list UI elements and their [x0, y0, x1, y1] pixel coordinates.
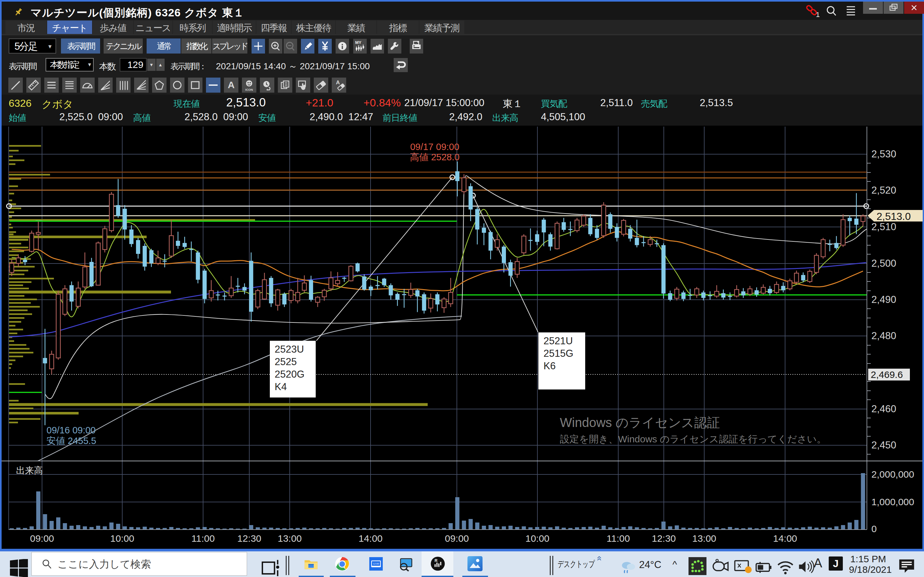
- svg-text:2523U: 2523U: [275, 343, 304, 355]
- svg-text:K6: K6: [543, 360, 556, 372]
- svg-text:10:00: 10:00: [525, 533, 549, 544]
- svg-text:Windows のライセンス認証: Windows のライセンス認証: [560, 416, 720, 430]
- svg-text:A: A: [336, 79, 340, 85]
- svg-text:12:30: 12:30: [237, 533, 261, 544]
- svg-text:10:00: 10:00: [110, 533, 134, 544]
- svg-text:09:00: 09:00: [30, 533, 54, 544]
- svg-text:安値 2455.5: 安値 2455.5: [47, 436, 96, 446]
- svg-text:2,513.0: 2,513.0: [877, 211, 911, 222]
- svg-text:2,000,000: 2,000,000: [871, 469, 914, 480]
- svg-text:2525: 2525: [275, 356, 297, 367]
- svg-text:MY: MY: [355, 40, 362, 45]
- svg-text:2,490: 2,490: [871, 294, 897, 305]
- svg-text:1,000,000: 1,000,000: [871, 496, 914, 507]
- svg-text:09/16 09:00: 09/16 09:00: [47, 425, 95, 435]
- svg-text:2,520: 2,520: [871, 185, 897, 196]
- svg-text:14:00: 14:00: [773, 533, 797, 544]
- svg-text:14:00: 14:00: [359, 533, 383, 544]
- svg-text:2515G: 2515G: [543, 348, 573, 359]
- svg-text:2,510: 2,510: [871, 221, 897, 232]
- svg-text:1: 1: [816, 11, 820, 18]
- svg-text:13:00: 13:00: [278, 533, 302, 544]
- svg-text:09/17 09:00: 09/17 09:00: [410, 142, 459, 152]
- svg-text:2,469.6: 2,469.6: [871, 369, 903, 380]
- svg-text:13:00: 13:00: [692, 533, 716, 544]
- svg-text:11:00: 11:00: [192, 533, 215, 544]
- svg-text:ICON: ICON: [245, 88, 253, 91]
- svg-text:2,500: 2,500: [871, 258, 897, 269]
- svg-text:2,480: 2,480: [871, 330, 897, 342]
- svg-text:R: R: [435, 558, 437, 563]
- svg-text:高値 2528.0: 高値 2528.0: [410, 152, 460, 162]
- svg-text:2,530: 2,530: [871, 148, 897, 160]
- svg-text:2520G: 2520G: [275, 369, 304, 380]
- svg-text:11:00: 11:00: [607, 533, 630, 544]
- svg-text:2,450: 2,450: [871, 440, 897, 451]
- svg-text:設定を開き、Windows のライセンス認証を行ってください: 設定を開き、Windows のライセンス認証を行ってください。: [560, 434, 827, 444]
- svg-text:12:30: 12:30: [652, 533, 676, 544]
- svg-text:2,460: 2,460: [871, 403, 897, 414]
- svg-text:A: A: [228, 79, 235, 90]
- svg-text:K4: K4: [275, 381, 287, 392]
- svg-text:0: 0: [871, 524, 877, 534]
- svg-text:09:00: 09:00: [445, 533, 469, 544]
- svg-text:出来高: 出来高: [16, 466, 43, 475]
- svg-text:2521U: 2521U: [543, 335, 573, 347]
- svg-text:12:00: 12:00: [373, 562, 379, 565]
